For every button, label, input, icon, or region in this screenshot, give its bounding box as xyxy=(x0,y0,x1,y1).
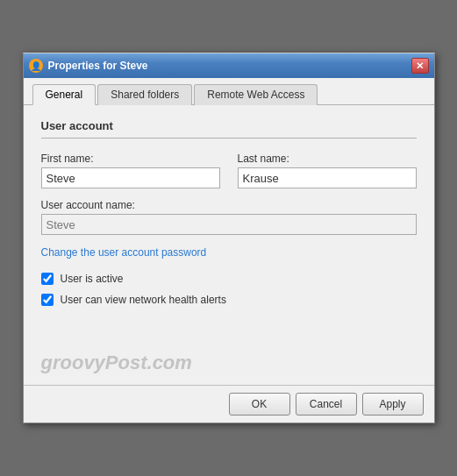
user-health-checkbox[interactable] xyxy=(41,294,54,306)
user-active-checkbox[interactable] xyxy=(41,273,54,285)
close-button[interactable]: ✕ xyxy=(411,58,429,74)
account-name-input[interactable] xyxy=(41,214,417,235)
first-name-input[interactable] xyxy=(41,167,220,188)
first-name-label: First name: xyxy=(41,153,220,165)
tab-general[interactable]: General xyxy=(32,84,96,105)
watermark-area: groovyPost.com xyxy=(24,325,434,385)
tab-shared-folders[interactable]: Shared folders xyxy=(97,84,192,105)
account-name-label: User account name: xyxy=(41,199,417,211)
ok-button[interactable]: OK xyxy=(229,393,290,416)
user-active-row: User is active xyxy=(41,273,417,285)
tab-remote-web-access[interactable]: Remote Web Access xyxy=(194,84,318,105)
user-health-label[interactable]: User can view network health alerts xyxy=(61,294,226,306)
title-bar: 👤 Properties for Steve ✕ xyxy=(24,53,434,78)
title-bar-left: 👤 Properties for Steve xyxy=(29,59,148,73)
user-active-label[interactable]: User is active xyxy=(61,273,124,285)
main-content: User account First name: Last name: User… xyxy=(24,105,434,325)
window-icon: 👤 xyxy=(29,59,43,73)
properties-window: 👤 Properties for Steve ✕ General Shared … xyxy=(23,53,435,423)
window-title: Properties for Steve xyxy=(48,60,148,72)
footer: OK Cancel Apply xyxy=(24,385,434,423)
apply-button[interactable]: Apply xyxy=(362,393,424,416)
first-name-group: First name: xyxy=(41,153,220,188)
name-row: First name: Last name: xyxy=(41,153,417,188)
account-name-group: User account name: xyxy=(41,199,417,235)
user-health-row: User can view network health alerts xyxy=(41,294,417,306)
section-title: User account xyxy=(41,119,417,132)
cancel-button[interactable]: Cancel xyxy=(296,393,357,416)
last-name-group: Last name: xyxy=(238,153,417,188)
section-divider xyxy=(41,138,417,139)
watermark-text: groovyPost.com xyxy=(41,352,192,374)
tab-bar: General Shared folders Remote Web Access xyxy=(24,78,434,105)
last-name-label: Last name: xyxy=(238,153,417,165)
last-name-input[interactable] xyxy=(238,167,417,188)
change-password-link[interactable]: Change the user account password xyxy=(41,246,207,259)
